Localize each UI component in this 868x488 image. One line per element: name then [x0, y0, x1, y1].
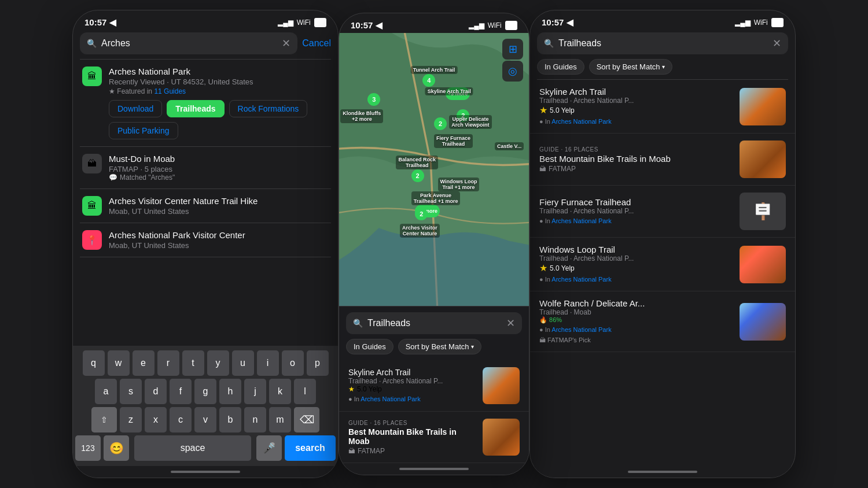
result-content-visitor-trail: Arches Visitor Center Nature Trail Hike …: [109, 196, 329, 216]
search-query-left[interactable]: Arches: [101, 38, 277, 49]
key-delete[interactable]: ⌫: [294, 407, 319, 432]
key-f[interactable]: f: [170, 379, 192, 404]
result-title-visitor-center: Arches National Park Visitor Center: [109, 230, 329, 240]
guides-link[interactable]: 11 Guides: [154, 87, 186, 95]
clear-button-left[interactable]: ✕: [282, 37, 290, 50]
filter-sort-center[interactable]: Sort by Best Match ▾: [398, 339, 482, 354]
key-z[interactable]: z: [120, 407, 142, 432]
search-bar-left[interactable]: 🔍 Arches ✕: [80, 32, 297, 54]
result-arches-np[interactable]: 🏛 Arches National Park Recently Viewed ·…: [73, 60, 338, 146]
key-shift[interactable]: ⇧: [91, 407, 117, 432]
map-pin-6[interactable]: 2: [411, 169, 424, 182]
download-btn[interactable]: Download: [109, 100, 162, 117]
map-pin-2[interactable]: 4: [422, 74, 435, 87]
filter-sort-right[interactable]: Sort by Best Match ▾: [589, 59, 673, 75]
right-item-windows[interactable]: Windows Loop Trail Trailhead · Arches Na…: [530, 238, 795, 291]
key-x[interactable]: x: [145, 407, 167, 432]
right-windows-name: Windows Loop Trail: [539, 245, 733, 254]
key-d[interactable]: d: [145, 379, 167, 404]
right-guide-content: GUIDE · 16 PLACES Best Mountain Bike Tra…: [539, 146, 733, 173]
key-a[interactable]: a: [95, 379, 117, 404]
filter-in-guides-center[interactable]: In Guides: [346, 339, 393, 354]
key-i[interactable]: i: [257, 350, 279, 376]
map-label-balanced: Balanced RockTrailhead: [396, 156, 438, 169]
map-label-klondike: Klondike Bluffs+2 more: [340, 109, 383, 123]
home-bar-right: [628, 471, 697, 473]
key-emoji[interactable]: 😊: [104, 435, 129, 461]
key-n[interactable]: n: [244, 407, 266, 432]
key-m[interactable]: m: [269, 407, 291, 432]
center-guide-1[interactable]: GUIDE · 16 PLACES Best Mountain Bike Tra…: [339, 412, 529, 463]
result-featured-arches: ★ Featured in 11 Guides: [109, 87, 329, 95]
status-bar-right: 10:57 ◀ ▂▄▆ WiFi 85: [530, 10, 795, 30]
skyline-img-c: [483, 367, 520, 404]
public-parking-btn[interactable]: Public Parking: [109, 122, 178, 139]
key-v[interactable]: v: [194, 407, 216, 432]
center-trail-1[interactable]: Skyline Arch Trail Trailhead · Arches Na…: [339, 360, 529, 412]
trailheads-btn[interactable]: Trailheads: [167, 100, 224, 117]
center-phone: 10:57 ◀ ▂▄▆ WiFi 85 ⊞: [339, 13, 529, 475]
clear-button-right[interactable]: ✕: [773, 37, 781, 50]
key-b[interactable]: b: [219, 407, 241, 432]
key-e[interactable]: e: [133, 350, 155, 376]
right-wolfe-percent: 🔥 86%: [539, 316, 733, 324]
key-q[interactable]: q: [83, 350, 105, 376]
home-bar-center: [399, 468, 469, 470]
key-j[interactable]: j: [244, 379, 266, 404]
search-bar-center[interactable]: 🔍 Trailheads ✕: [346, 312, 522, 334]
key-c[interactable]: c: [170, 407, 192, 432]
right-wolfe-thumb: [740, 303, 786, 341]
wifi-icon-r: WiFi: [754, 19, 768, 27]
right-fiery-name: Fiery Furnace Trailhead: [539, 197, 733, 207]
result-must-do[interactable]: 🏔 Must-Do in Moab FATMAP · 5 places 💬Mat…: [73, 147, 338, 188]
key-u[interactable]: u: [232, 350, 254, 376]
wolfe-img-r: [740, 303, 786, 341]
key-mic[interactable]: 🎤: [256, 435, 282, 461]
rock-formations-btn[interactable]: Rock Formations: [229, 100, 308, 117]
key-l[interactable]: l: [294, 379, 316, 404]
result-content-visitor-center: Arches National Park Visitor Center Moab…: [109, 230, 329, 250]
right-item-fiery[interactable]: Fiery Furnace Trailhead Trailhead · Arch…: [530, 186, 795, 238]
key-y[interactable]: y: [207, 350, 229, 376]
key-numbers[interactable]: 123: [75, 435, 101, 461]
result-visitor-trail[interactable]: 🏛 Arches Visitor Center Nature Trail Hik…: [73, 189, 338, 223]
status-icons-center: ▂▄▆ WiFi 85: [469, 21, 517, 30]
star-r-2: ★: [539, 263, 547, 273]
key-space[interactable]: space: [134, 435, 251, 461]
right-windows-rating: ★ 5.0 Yelp: [539, 263, 733, 273]
map-pin-1[interactable]: 3: [367, 93, 380, 106]
result-icon-moab: 🏔: [82, 154, 102, 173]
key-k[interactable]: k: [269, 379, 291, 404]
key-g[interactable]: g: [194, 379, 216, 404]
right-fiery-content: Fiery Furnace Trailhead Trailhead · Arch…: [539, 197, 733, 225]
map-location-btn[interactable]: ◎: [502, 61, 523, 82]
key-t[interactable]: t: [182, 350, 204, 376]
map-container[interactable]: ⊞ ◎ 3 4 +3 more 2 2 2 +1 more 2 Tunnel A…: [339, 33, 529, 306]
map-layers-btn[interactable]: ⊞: [502, 39, 523, 60]
wifi-icon: WiFi: [297, 19, 311, 27]
keyboard-row-3: ⇧ z x c v b n m ⌫: [75, 407, 336, 432]
keyboard-row-1: q w e r t y u i o p: [75, 350, 336, 376]
right-item-wolfe[interactable]: Wolfe Ranch / Delicate Ar... Trailhead ·…: [530, 291, 795, 352]
key-h[interactable]: h: [219, 379, 241, 404]
key-search[interactable]: search: [285, 435, 336, 461]
guide-source-1: 🏔 FATMAP: [348, 447, 477, 455]
clear-button-center[interactable]: ✕: [506, 317, 515, 330]
key-o[interactable]: o: [282, 350, 304, 376]
status-time-center: 10:57 ◀: [351, 20, 382, 31]
action-buttons-arches: Download Trailheads Rock Formations Publ…: [109, 100, 329, 139]
filter-in-guides-right[interactable]: In Guides: [537, 59, 584, 75]
search-bar-right[interactable]: 🔍 Trailheads ✕: [537, 32, 788, 54]
right-item-skyline[interactable]: Skyline Arch Trail Trailhead · Arches Na…: [530, 80, 795, 134]
cancel-button-left[interactable]: Cancel: [302, 38, 331, 49]
key-w[interactable]: w: [108, 350, 130, 376]
right-item-guide[interactable]: GUIDE · 16 PLACES Best Mountain Bike Tra…: [530, 134, 795, 186]
key-s[interactable]: s: [120, 379, 142, 404]
key-r[interactable]: r: [157, 350, 179, 376]
key-p[interactable]: p: [307, 350, 329, 376]
search-query-right[interactable]: Trailheads: [558, 38, 768, 49]
right-skyline-thumb: [740, 88, 786, 125]
result-visitor-center[interactable]: 📍 Arches National Park Visitor Center Mo…: [73, 223, 338, 257]
fiery-sign-placeholder: 🪧: [740, 193, 786, 230]
search-query-center[interactable]: Trailheads: [367, 318, 502, 328]
